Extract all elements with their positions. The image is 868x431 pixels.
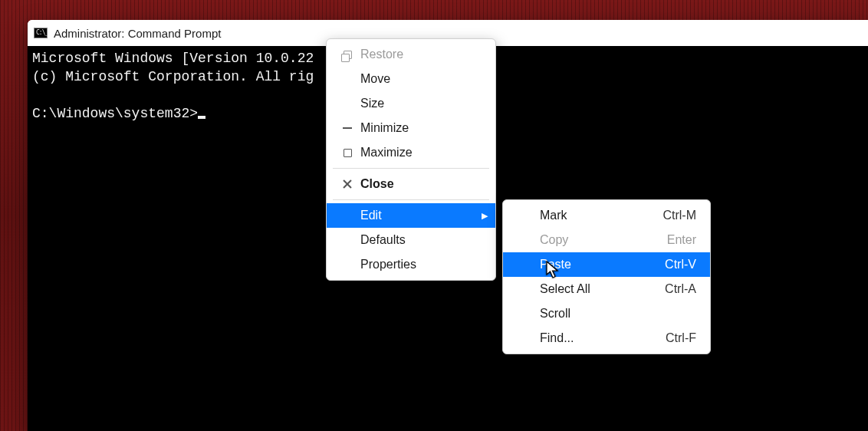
shortcut-text: Ctrl-V xyxy=(665,258,696,271)
system-menu: Restore Move Size Minimize Maximize Clos… xyxy=(326,38,496,281)
menu-item-properties[interactable]: Properties xyxy=(327,252,495,277)
window-title: Administrator: Command Prompt xyxy=(54,27,221,40)
close-icon xyxy=(334,179,360,189)
menu-separator xyxy=(333,168,489,169)
shortcut-text: Ctrl-M xyxy=(663,209,696,222)
menu-item-maximize[interactable]: Maximize xyxy=(327,140,495,165)
shortcut-text: Enter xyxy=(667,233,696,247)
menu-item-paste[interactable]: Paste Ctrl-V xyxy=(503,252,710,277)
shortcut-text: Ctrl-A xyxy=(665,282,696,296)
menu-item-close[interactable]: Close xyxy=(327,172,495,196)
menu-item-restore[interactable]: Restore xyxy=(327,42,495,67)
menu-item-size[interactable]: Size xyxy=(327,91,495,116)
submenu-arrow-icon: ▶ xyxy=(482,211,488,221)
restore-icon xyxy=(334,51,360,59)
menu-item-scroll[interactable]: Scroll xyxy=(503,301,710,326)
terminal-prompt: C:\Windows\system32> xyxy=(32,106,198,121)
menu-separator xyxy=(333,199,489,200)
menu-item-edit[interactable]: Edit ▶ xyxy=(327,203,495,228)
maximize-icon xyxy=(334,149,360,157)
menu-item-move[interactable]: Move xyxy=(327,67,495,91)
edit-submenu: Mark Ctrl-M Copy Enter Paste Ctrl-V Sele… xyxy=(502,199,711,354)
menu-item-copy[interactable]: Copy Enter xyxy=(503,228,710,252)
menu-item-mark[interactable]: Mark Ctrl-M xyxy=(503,203,710,228)
terminal-line-1: Microsoft Windows [Version 10.0.22 xyxy=(32,51,314,66)
minimize-icon xyxy=(334,127,360,129)
menu-item-defaults[interactable]: Defaults xyxy=(327,228,495,252)
menu-item-find[interactable]: Find... Ctrl-F xyxy=(503,326,710,350)
menu-item-minimize[interactable]: Minimize xyxy=(327,116,495,140)
shortcut-text: Ctrl-F xyxy=(666,331,696,345)
terminal-line-2: (c) Microsoft Corporation. All rig xyxy=(32,69,314,84)
menu-item-select-all[interactable]: Select All Ctrl-A xyxy=(503,277,710,301)
text-cursor xyxy=(198,116,205,119)
cmd-icon[interactable]: C:\_ xyxy=(34,28,48,38)
